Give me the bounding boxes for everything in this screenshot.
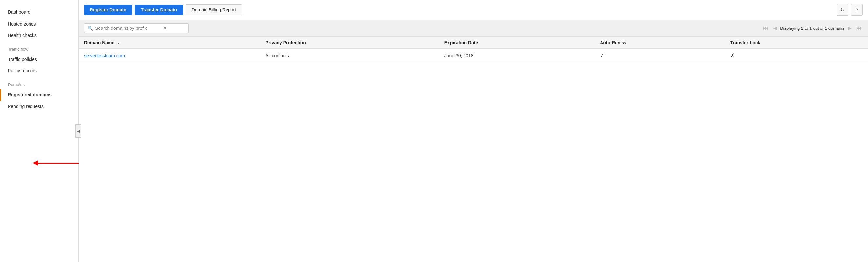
main-content: Register Domain Transfer Domain Domain B… <box>79 0 868 262</box>
cell-transfer-lock: ✗ <box>725 49 868 62</box>
sidebar-item-health-checks[interactable]: Health checks <box>0 30 79 42</box>
transfer-lock-x-icon: ✗ <box>730 53 735 58</box>
search-clear-button[interactable]: ✕ <box>163 26 167 31</box>
sidebar-item-dashboard[interactable]: Dashboard <box>0 6 79 18</box>
col-header-expiration-date: Expiration Date <box>439 37 595 49</box>
col-header-privacy-protection: Privacy Protection <box>260 37 439 49</box>
sidebar-section-domains: Domains <box>0 77 79 89</box>
sort-icon-domain-name: ▲ <box>117 41 120 45</box>
search-input[interactable] <box>95 26 161 31</box>
register-domain-button[interactable]: Register Domain <box>84 5 132 15</box>
billing-report-button[interactable]: Domain Billing Report <box>186 4 242 15</box>
cell-domain: serverlessteam.com <box>79 49 260 62</box>
pagination-prev-button[interactable]: ◀ <box>772 25 778 31</box>
table-body: serverlessteam.com All contacts June 30,… <box>79 49 868 62</box>
table-row: serverlessteam.com All contacts June 30,… <box>79 49 868 62</box>
sidebar-item-policy-records[interactable]: Policy records <box>0 65 79 77</box>
sidebar-item-hosted-zones[interactable]: Hosted zones <box>0 18 79 30</box>
cell-privacy: All contacts <box>260 49 439 62</box>
help-icon: ? <box>856 7 859 13</box>
col-header-auto-renew: Auto Renew <box>595 37 725 49</box>
help-button[interactable]: ? <box>851 4 863 16</box>
search-bar: 🔍 ✕ ⏮ ◀ Displaying 1 to 1 out of 1 domai… <box>79 20 868 37</box>
auto-renew-check-icon: ✓ <box>600 53 604 58</box>
search-icon: 🔍 <box>88 26 93 31</box>
sidebar-section-traffic-flow: Traffic flow <box>0 42 79 54</box>
sidebar-item-pending-requests[interactable]: Pending requests <box>0 101 79 113</box>
search-wrapper: 🔍 ✕ <box>84 23 189 33</box>
pagination-last-button[interactable]: ⏭ <box>855 25 863 31</box>
refresh-icon: ↻ <box>840 7 845 13</box>
table-header-row: Domain Name ▲ Privacy Protection Expirat… <box>79 37 868 49</box>
domains-table-container: Domain Name ▲ Privacy Protection Expirat… <box>79 37 868 262</box>
pagination-info: ⏮ ◀ Displaying 1 to 1 out of 1 domains ▶… <box>762 25 863 31</box>
domains-table: Domain Name ▲ Privacy Protection Expirat… <box>79 37 868 62</box>
pagination-next-button[interactable]: ▶ <box>846 25 853 31</box>
col-header-domain-name[interactable]: Domain Name ▲ <box>79 37 260 49</box>
toolbar: Register Domain Transfer Domain Domain B… <box>79 0 868 20</box>
pagination-text: Displaying 1 to 1 out of 1 domains <box>780 26 844 31</box>
cell-expiration: June 30, 2018 <box>439 49 595 62</box>
domain-link[interactable]: serverlessteam.com <box>84 53 125 58</box>
col-header-transfer-lock: Transfer Lock <box>725 37 868 49</box>
pagination-first-button[interactable]: ⏮ <box>762 25 770 31</box>
sidebar-item-traffic-policies[interactable]: Traffic policies <box>0 54 79 65</box>
transfer-domain-button[interactable]: Transfer Domain <box>135 5 183 15</box>
cell-auto-renew: ✓ <box>595 49 725 62</box>
sidebar-item-registered-domains[interactable]: Registered domains <box>0 89 79 101</box>
sidebar-toggle-button[interactable]: ◀ <box>75 125 81 137</box>
sidebar: Dashboard Hosted zones Health checks Tra… <box>0 0 79 262</box>
refresh-button[interactable]: ↻ <box>837 4 848 16</box>
